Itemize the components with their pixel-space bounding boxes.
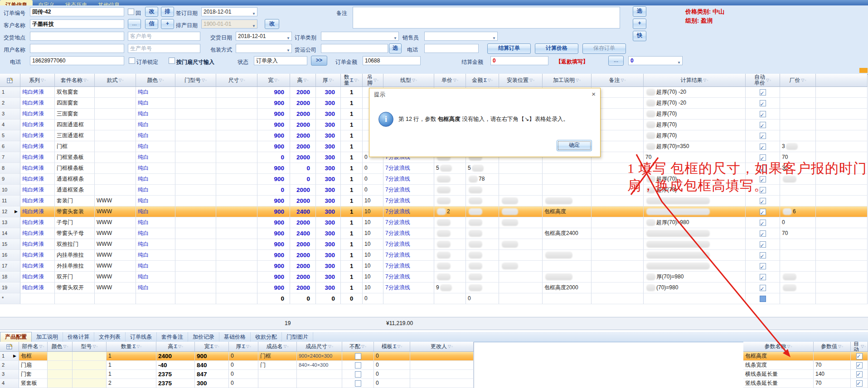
note-cell[interactable] (592, 228, 644, 239)
process-cell[interactable] (543, 250, 592, 261)
process-cell[interactable]: 包框高度 (543, 206, 592, 217)
column-header[interactable]: 套件名称▽▫ (55, 74, 95, 87)
series-cell[interactable]: 纯白烤漆 (20, 141, 55, 152)
nofit-cell[interactable] (342, 361, 374, 370)
column-header[interactable]: 厚▽▫ (316, 74, 341, 87)
modify2-button[interactable]: 改 (265, 19, 279, 29)
amount-cell[interactable]: 5 (466, 163, 499, 174)
hang-cell[interactable]: 10 (363, 217, 383, 228)
h-cell[interactable]: 2000 (290, 98, 316, 109)
install-cell[interactable] (499, 272, 543, 283)
price-cell[interactable] (434, 174, 466, 185)
size-cell[interactable] (216, 120, 257, 130)
hang-cell[interactable]: 10 (363, 228, 383, 239)
door-cell[interactable] (175, 185, 216, 196)
t-cell[interactable]: 300 (316, 196, 341, 206)
psize-cell[interactable]: 840×-40×300 (297, 361, 342, 370)
door-cell[interactable] (175, 109, 216, 120)
series-cell[interactable]: 纯白烤漆 (20, 109, 55, 120)
pin-icon[interactable]: ▫ (805, 77, 806, 83)
column-header[interactable]: 颜色▽▫ (48, 342, 73, 352)
checkbox[interactable] (355, 380, 361, 387)
line-cell[interactable]: 7分波浪线 (383, 272, 434, 283)
filter-icon[interactable]: ▽ (488, 77, 491, 83)
qty-cell[interactable]: 1 (341, 217, 363, 228)
model-cell[interactable] (73, 379, 107, 388)
auto-cell[interactable] (746, 217, 780, 228)
result-cell[interactable]: 超厚(70) (644, 109, 746, 120)
pname-cell[interactable] (258, 370, 297, 379)
message-button[interactable]: 信 (145, 19, 158, 29)
pin-icon[interactable]: ▫ (416, 77, 417, 83)
h-cell[interactable]: 0 (290, 163, 316, 174)
t-cell[interactable]: 300 (316, 185, 341, 196)
h-cell[interactable]: 2000 (290, 283, 316, 293)
name-cell[interactable]: 门框横条板 (55, 163, 95, 174)
qty-cell[interactable]: 1 (107, 370, 156, 379)
customer-no-field[interactable]: 客户单号 (128, 32, 200, 41)
param-name-cell[interactable]: 横线条延长量 (743, 370, 814, 379)
column-header[interactable]: 宽▽▫ (257, 74, 290, 87)
amount-cell[interactable] (466, 206, 499, 217)
order-no-field[interactable] (30, 7, 124, 16)
column-header[interactable] (816, 74, 868, 87)
column-header[interactable]: 成品名▽▫ (258, 342, 297, 352)
factory-cell[interactable]: 0 (780, 217, 816, 228)
factory-cell[interactable] (780, 293, 816, 304)
size-cell[interactable] (216, 185, 257, 196)
column-header[interactable]: 颜色▽▫ (136, 74, 175, 87)
t-cell[interactable]: 300 (316, 261, 341, 272)
price-cell[interactable] (434, 272, 466, 283)
series-cell[interactable]: 纯白烤漆 (20, 239, 55, 250)
top-tab-1[interactable]: 订单信息 (0, 0, 33, 5)
auto-cell[interactable] (746, 261, 780, 272)
style-cell[interactable]: WWW (95, 250, 136, 261)
user-name-field[interactable] (30, 44, 124, 53)
size-cell[interactable] (216, 272, 257, 283)
salesman-select[interactable]: ▼ (424, 32, 498, 41)
param-name-cell[interactable]: 线条宽度 (743, 361, 814, 370)
sum-icon[interactable]: Σ (484, 77, 487, 83)
t-cell[interactable]: 300 (316, 163, 341, 174)
install-cell[interactable] (499, 217, 543, 228)
part-cell[interactable]: 门套 (19, 370, 48, 379)
pin-icon[interactable]: ▫ (140, 344, 141, 350)
door-cell[interactable] (175, 196, 216, 206)
param-auto-cell[interactable] (851, 352, 868, 361)
result-cell[interactable]: 超厚(70)=350 (644, 141, 746, 152)
pin-icon[interactable]: ▫ (44, 77, 46, 83)
settle-order-button[interactable]: 结算订单 (487, 43, 531, 54)
filter-icon[interactable]: ▽ (453, 77, 456, 83)
door-cell[interactable] (175, 272, 216, 283)
amount-cell[interactable] (466, 185, 499, 196)
part-cell[interactable]: 包框 (19, 352, 48, 361)
pin-icon[interactable]: ▫ (491, 77, 493, 83)
checkbox[interactable] (760, 100, 766, 106)
line-cell[interactable]: 7分波浪线 (383, 174, 434, 185)
filter-icon[interactable]: ▽ (83, 77, 87, 83)
column-header[interactable]: 高▽▫ (290, 74, 316, 87)
auto-cell[interactable] (746, 87, 780, 98)
qty-cell[interactable]: 2 (107, 379, 156, 388)
extra-cell[interactable] (816, 217, 868, 228)
install-cell[interactable] (499, 261, 543, 272)
note-cell[interactable] (592, 196, 644, 206)
filter-icon[interactable]: ▽ (178, 344, 181, 350)
name-cell[interactable]: 子母门 (55, 217, 95, 228)
filter-icon[interactable]: ▽ (861, 344, 864, 350)
checkbox[interactable] (760, 274, 766, 280)
size-cell[interactable] (216, 174, 257, 185)
name-cell[interactable]: 带窗头双开 (55, 283, 95, 293)
size-cell[interactable] (216, 130, 257, 141)
checkbox[interactable] (760, 209, 766, 215)
install-cell[interactable] (499, 250, 543, 261)
extra-cell[interactable] (816, 109, 868, 120)
pin-icon[interactable]: ▫ (97, 344, 98, 350)
t-cell[interactable]: 300 (316, 228, 341, 239)
color-cell[interactable]: 纯白 (136, 141, 175, 152)
process-cell[interactable]: 包框高度2400 (543, 228, 592, 239)
column-header[interactable]: 高Σ▽▫ (156, 342, 195, 352)
color-cell[interactable]: 纯白 (136, 98, 175, 109)
line-cell[interactable]: 7分波浪线 (383, 185, 434, 196)
filter-icon[interactable]: ▽ (39, 344, 43, 350)
